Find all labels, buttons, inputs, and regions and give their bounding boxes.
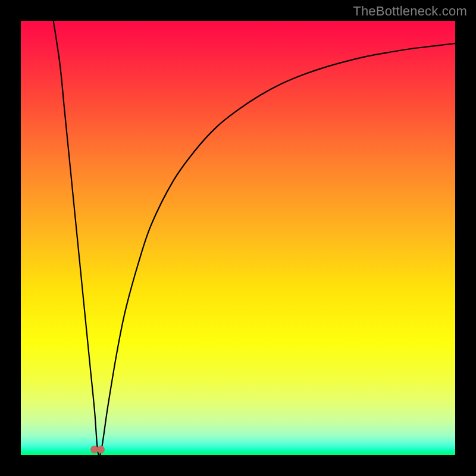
watermark-text: TheBottleneck.com	[353, 4, 467, 19]
bottleneck-curve	[21, 21, 455, 455]
minimum-marker-icon	[90, 443, 105, 453]
plot-area	[21, 21, 455, 455]
outer-frame: TheBottleneck.com	[0, 0, 476, 476]
